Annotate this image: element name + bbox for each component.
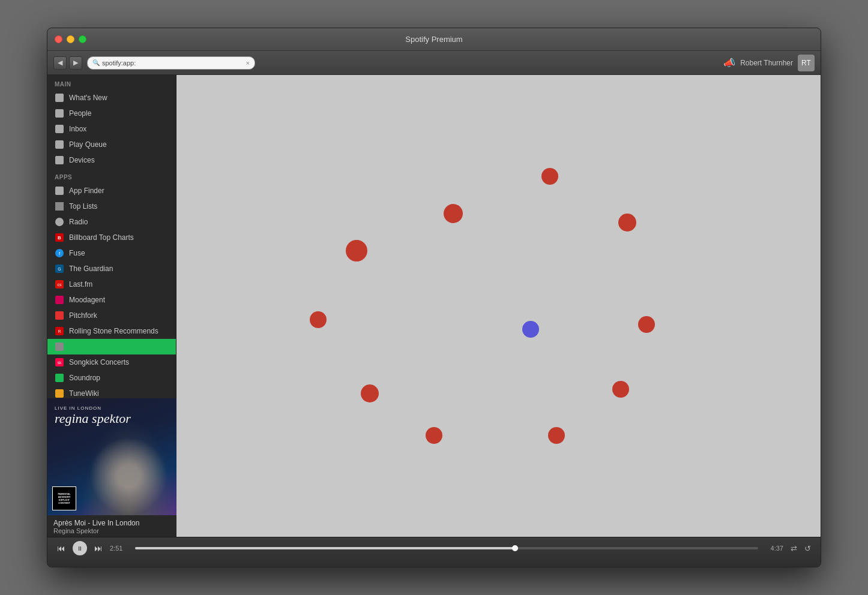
time-elapsed: 2:51 [110, 545, 128, 552]
prev-button[interactable]: ⏮ [57, 543, 65, 553]
sidebar-item-fuse[interactable]: f Fuse [47, 245, 176, 261]
sidebar-item-lastfm[interactable]: cs Last.fm [47, 277, 176, 292]
sidebar-item-top-lists[interactable]: Top Lists [47, 199, 176, 214]
sidebar-item-whats-new[interactable]: What's New [47, 90, 176, 106]
sidebar-item-soundrop[interactable]: Soundrop [47, 370, 176, 386]
sidebar-item-guardian[interactable]: G The Guardian [47, 261, 176, 277]
sidebar-item-pitchfork[interactable]: Pitchfork [47, 308, 176, 323]
sidebar-section-apps: APPS [47, 168, 176, 183]
playback-controls: ⏮ ⏸ ⏭ 2:51 4:37 ⇄ ↺ [57, 541, 811, 555]
content-area [176, 75, 821, 537]
sidebar-item-songkick[interactable]: sk Songkick Concerts [47, 354, 176, 370]
toolbar-right: 📣 Robert Thurnher RT [723, 55, 815, 71]
announce-icon: 📣 [723, 57, 735, 68]
toolbar: ◀ ▶ 🔍 spotify:app: × 📣 Robert Thurnher R… [47, 51, 821, 75]
album-live-label: LIVE IN LONDON [55, 405, 131, 411]
maximize-button[interactable] [79, 35, 86, 43]
address-bar[interactable]: 🔍 spotify:app: × [87, 56, 255, 70]
sidebar-item-rolling-stone[interactable]: R Rolling Stone Recommends [47, 323, 176, 339]
forward-button[interactable]: ▶ [69, 56, 82, 70]
next-button[interactable]: ⏭ [94, 543, 103, 553]
scatter-dot [612, 381, 629, 398]
user-name: Robert Thurnher [740, 59, 793, 67]
track-name: Après Moi - Live In London [53, 519, 170, 527]
window-title: Spotify Premium [405, 35, 462, 44]
sidebar-item-people[interactable]: People [47, 106, 176, 121]
nav-buttons: ◀ ▶ [53, 56, 82, 70]
search-icon: 🔍 [92, 59, 100, 66]
sidebar-item-radio[interactable]: Radio [47, 214, 176, 230]
sidebar-item-app-finder[interactable]: App Finder [47, 183, 176, 199]
now-playing-section: ⏮ ⏸ ⏭ 2:51 4:37 ⇄ ↺ [47, 537, 821, 567]
scatter-dot [522, 321, 539, 338]
play-pause-button[interactable]: ⏸ [73, 541, 87, 555]
sidebar-item-active[interactable] [47, 339, 176, 354]
scatter-dot [310, 311, 327, 328]
progress-bar[interactable] [135, 547, 758, 549]
back-button[interactable]: ◀ [53, 56, 67, 70]
time-total: 4:37 [765, 545, 783, 552]
album-art: LIVE IN LONDON regina spektor PARENTALAD… [47, 398, 176, 515]
track-info: Après Moi - Live In London Regina Spekto… [47, 515, 176, 537]
scatter-dot [638, 316, 655, 333]
close-button[interactable] [55, 35, 62, 43]
track-artist: Regina Spektor [53, 527, 170, 534]
scatter-dot [541, 168, 558, 185]
sidebar-item-billboard[interactable]: B Billboard Top Charts [47, 230, 176, 245]
sidebar-section-main: MAIN [47, 75, 176, 90]
scatter-dot [361, 384, 379, 402]
now-playing: LIVE IN LONDON regina spektor PARENTALAD… [47, 398, 176, 537]
sidebar-item-inbox[interactable]: Inbox [47, 121, 176, 137]
progress-fill [135, 547, 515, 549]
user-avatar[interactable]: RT [798, 55, 815, 71]
address-text: spotify:app: [102, 59, 244, 67]
scatter-dot [426, 427, 442, 444]
address-clear-button[interactable]: × [246, 59, 250, 67]
scatter-dot [444, 204, 463, 223]
sidebar-item-devices[interactable]: Devices [47, 152, 176, 168]
advisory-badge: PARENTALADVISORYEXPLICIT CONTENT [52, 486, 76, 510]
window-controls [55, 35, 86, 43]
scatter-dot [618, 214, 636, 232]
sidebar-item-moodagent[interactable]: Moodagent [47, 292, 176, 308]
progress-thumb [512, 545, 518, 551]
titlebar: Spotify Premium [47, 28, 821, 51]
sidebar-item-play-queue[interactable]: Play Queue [47, 137, 176, 152]
repeat-button[interactable]: ↺ [804, 544, 811, 553]
minimize-button[interactable] [67, 35, 74, 43]
scatter-dot [548, 427, 565, 444]
album-person [80, 419, 176, 515]
main-area: MAIN What's New People Inbox [47, 75, 821, 537]
app-window: Spotify Premium ◀ ▶ 🔍 spotify:app: × 📣 R… [47, 28, 821, 567]
scatter-dot [346, 240, 367, 262]
playback-bar: ⏮ ⏸ ⏭ 2:51 4:37 ⇄ ↺ [47, 537, 821, 567]
shuffle-button[interactable]: ⇄ [791, 544, 797, 553]
